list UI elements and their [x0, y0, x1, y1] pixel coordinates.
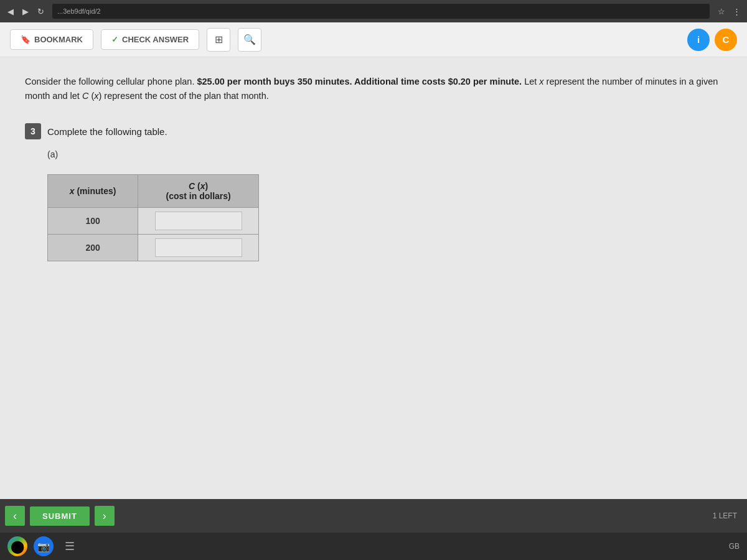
forward-icon[interactable]: ▶	[20, 6, 31, 17]
bookmark-label: BOOKMARK	[34, 35, 83, 44]
bookmark-star-icon[interactable]: ☆	[716, 6, 727, 17]
grid-icon: ⊞	[215, 34, 223, 45]
question-label: Complete the following table.	[47, 126, 167, 137]
prev-arrow-button[interactable]: ‹	[5, 506, 25, 526]
col1-header-text: x (minutes)	[70, 186, 116, 196]
table-row: 200	[48, 235, 259, 261]
grid-icon-button[interactable]: ⊞	[207, 28, 230, 52]
question-section: 3 Complete the following table. (a) x (m…	[25, 123, 722, 261]
taskbar: ⬤ 📷 ☰ GB	[0, 533, 747, 560]
table-row: 100	[48, 208, 259, 235]
search-icon-button[interactable]: 🔍	[238, 28, 261, 52]
sub-label: (a)	[47, 149, 722, 159]
next-arrow-button[interactable]: ›	[95, 506, 115, 526]
col2-header: C (x)(cost in dollars)	[138, 175, 259, 208]
chrome-icon[interactable]: ⬤	[7, 536, 27, 556]
toolbar-right: i C	[687, 29, 737, 51]
chrome-logo: ⬤	[11, 539, 24, 554]
c-value-200-cell	[138, 235, 259, 261]
check-answer-button[interactable]: ✓ CHECK ANSWER	[101, 29, 199, 50]
files-logo: ☰	[65, 539, 75, 553]
bookmark-icon: 🔖	[21, 35, 31, 44]
submit-button[interactable]: SUBMIT	[30, 506, 90, 526]
c-value-100-cell	[138, 208, 259, 235]
reload-icon[interactable]: ↻	[35, 6, 46, 17]
search-icon: 🔍	[243, 34, 256, 45]
back-nav-icon: C	[723, 34, 730, 45]
info-button[interactable]: i	[687, 29, 710, 51]
info-icon: i	[697, 34, 700, 45]
question-number: 3	[25, 123, 41, 139]
url-text: ...3eb9df/qid/2	[57, 7, 101, 15]
main-content: Consider the following cellular phone pl…	[0, 57, 747, 499]
c-value-100-input[interactable]	[155, 212, 242, 230]
check-answer-label: CHECK ANSWER	[122, 35, 189, 44]
x-value-200-text: 200	[85, 243, 100, 253]
camera-logo: 📷	[37, 541, 50, 553]
col2-header-text: C (x)(cost in dollars)	[166, 181, 231, 201]
left-count: 1 LEFT	[713, 511, 737, 520]
prev-arrow-icon: ‹	[13, 510, 17, 523]
gb-label: GB	[729, 542, 740, 551]
browser-bar: ◀ ▶ ↻ ...3eb9df/qid/2 ☆ ⋮	[0, 0, 747, 22]
problem-text-content: Consider the following cellular phone pl…	[25, 77, 718, 101]
problem-description: Consider the following cellular phone pl…	[25, 75, 722, 103]
url-bar[interactable]: ...3eb9df/qid/2	[52, 4, 710, 19]
data-table: x (minutes) C (x)(cost in dollars) 100	[47, 174, 259, 261]
col1-header: x (minutes)	[48, 175, 138, 208]
x-value-100: 100	[48, 208, 138, 235]
next-arrow-icon: ›	[103, 510, 106, 523]
x-value-100-text: 100	[85, 216, 100, 226]
bookmark-button[interactable]: 🔖 BOOKMARK	[10, 29, 93, 50]
table-container: x (minutes) C (x)(cost in dollars) 100	[47, 174, 722, 261]
c-value-200-input[interactable]	[155, 238, 242, 257]
question-header: 3 Complete the following table.	[25, 123, 722, 139]
bottom-bar: ‹ SUBMIT › 1 LEFT	[0, 499, 747, 533]
extensions-icon[interactable]: ⋮	[731, 6, 742, 17]
files-icon[interactable]: ☰	[60, 536, 80, 556]
camera-icon[interactable]: 📷	[34, 536, 54, 556]
back-icon[interactable]: ◀	[5, 6, 16, 17]
checkmark-icon: ✓	[111, 35, 118, 44]
x-value-200: 200	[48, 235, 138, 261]
back-nav-button[interactable]: C	[715, 29, 737, 51]
toolbar: 🔖 BOOKMARK ✓ CHECK ANSWER ⊞ 🔍 i C	[0, 22, 747, 57]
